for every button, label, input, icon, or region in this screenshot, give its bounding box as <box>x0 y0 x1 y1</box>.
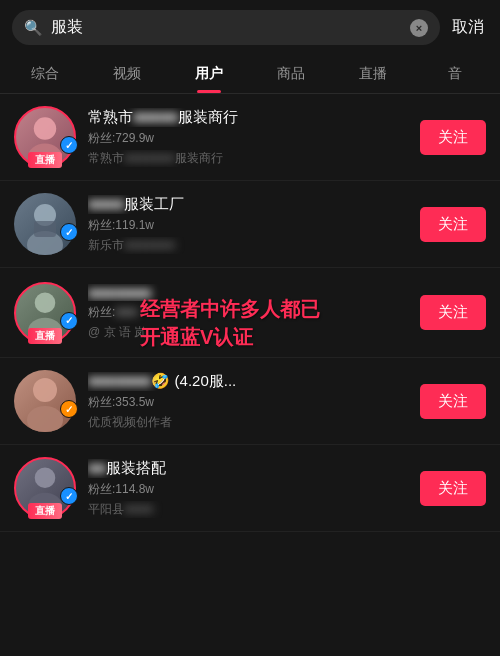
user-desc: 新乐市■■■■■■■ <box>88 237 408 254</box>
avatar-wrapper: ✓ <box>14 193 76 255</box>
tab-video[interactable]: 视频 <box>86 55 168 93</box>
avatar-wrapper: 直播 ✓ <box>14 282 76 344</box>
user-desc: 平阳县■■■■ <box>88 501 408 518</box>
user-desc: 常熟市■■■■■■■服装商行 <box>88 150 408 167</box>
tab-user[interactable]: 用户 <box>168 55 250 93</box>
follow-button[interactable]: 关注 <box>420 120 486 155</box>
user-info: ■■服装搭配 粉丝:114.8w 平阳县■■■■ <box>88 459 408 518</box>
user-fans: 粉丝:■■■ <box>88 304 408 321</box>
tabs-row: 综合 视频 用户 商品 直播 音 <box>0 55 500 94</box>
live-badge: 直播 <box>28 328 62 344</box>
user-fans: 粉丝:353.5w <box>88 394 408 411</box>
follow-button[interactable]: 关注 <box>420 295 486 330</box>
avatar-wrapper: ✓ <box>14 370 76 432</box>
verified-badge: ✓ <box>60 312 78 330</box>
verified-badge: ✓ <box>60 487 78 505</box>
list-item: 直播 ✓ ■■■■■■■ 粉丝:■■■ @ 京 语 岚 关注 经营者中许多人都已… <box>0 268 500 358</box>
list-item: 直播 ✓ ■■服装搭配 粉丝:114.8w 平阳县■■■■ 关注 <box>0 445 500 532</box>
list-item: ✓ ■■■■■■■🤣 (4.20服... 粉丝:353.5w 优质视频创作者 关… <box>0 358 500 445</box>
follow-button[interactable]: 关注 <box>420 471 486 506</box>
svg-point-5 <box>35 292 56 313</box>
user-name: ■■■■■■■ <box>88 284 408 301</box>
live-badge: 直播 <box>28 152 62 168</box>
tab-live[interactable]: 直播 <box>332 55 414 93</box>
svg-point-9 <box>35 467 56 488</box>
user-desc: 优质视频创作者 <box>88 414 408 431</box>
verified-badge: ✓ <box>60 400 78 418</box>
user-info: 常熟市■■■■■服装商行 粉丝:729.9w 常熟市■■■■■■■服装商行 <box>88 108 408 167</box>
follow-button[interactable]: 关注 <box>420 207 486 242</box>
user-name: ■■服装搭配 <box>88 459 408 478</box>
svg-rect-4 <box>34 221 56 237</box>
search-input-wrapper[interactable]: 🔍 服装 × <box>12 10 440 45</box>
follow-button[interactable]: 关注 <box>420 384 486 419</box>
user-info: ■■■■■■■ 粉丝:■■■ @ 京 语 岚 <box>88 284 408 341</box>
user-info: ■■■■■■■🤣 (4.20服... 粉丝:353.5w 优质视频创作者 <box>88 372 408 431</box>
search-icon: 🔍 <box>24 19 43 37</box>
verified-badge: ✓ <box>60 223 78 241</box>
tab-product[interactable]: 商品 <box>250 55 332 93</box>
user-name: ■■■■服装工厂 <box>88 195 408 214</box>
svg-point-0 <box>34 117 56 139</box>
tab-general[interactable]: 综合 <box>4 55 86 93</box>
avatar-wrapper: 直播 ✓ <box>14 457 76 519</box>
user-name: ■■■■■■■🤣 (4.20服... <box>88 372 408 391</box>
cancel-button[interactable]: 取消 <box>448 17 488 38</box>
search-bar: 🔍 服装 × 取消 <box>0 0 500 55</box>
user-desc: @ 京 语 岚 <box>88 324 408 341</box>
user-fans: 粉丝:114.8w <box>88 481 408 498</box>
avatar-wrapper: 直播 ✓ <box>14 106 76 168</box>
live-badge: 直播 <box>28 503 62 519</box>
clear-search-button[interactable]: × <box>410 19 428 37</box>
user-list: 直播 ✓ 常熟市■■■■■服装商行 粉丝:729.9w 常熟市■■■■■■■服装… <box>0 94 500 650</box>
user-name: 常熟市■■■■■服装商行 <box>88 108 408 127</box>
user-fans: 粉丝:119.1w <box>88 217 408 234</box>
svg-point-7 <box>33 378 57 402</box>
search-query-text: 服装 <box>51 17 402 38</box>
svg-point-8 <box>27 406 63 432</box>
list-item: ✓ ■■■■服装工厂 粉丝:119.1w 新乐市■■■■■■■ 关注 <box>0 181 500 268</box>
user-info: ■■■■服装工厂 粉丝:119.1w 新乐市■■■■■■■ <box>88 195 408 254</box>
tab-music[interactable]: 音 <box>414 55 496 93</box>
list-item: 直播 ✓ 常熟市■■■■■服装商行 粉丝:729.9w 常熟市■■■■■■■服装… <box>0 94 500 181</box>
verified-badge: ✓ <box>60 136 78 154</box>
user-fans: 粉丝:729.9w <box>88 130 408 147</box>
